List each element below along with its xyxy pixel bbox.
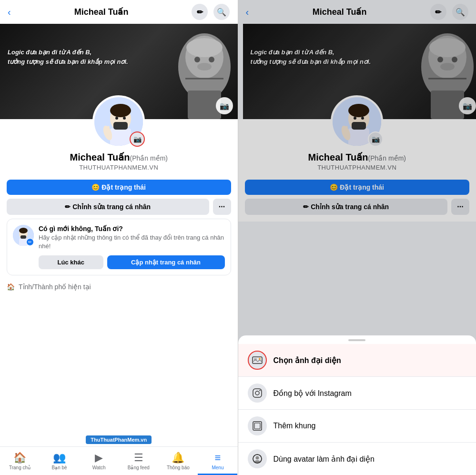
svg-rect-10	[110, 128, 131, 148]
svg-point-43	[259, 358, 261, 360]
bottom-sheet: Chọn ảnh đại diện Đồng bộ với Instagram	[238, 335, 476, 475]
left-profile-name-row: Micheal Tuấn (Phần mềm)	[70, 148, 168, 163]
left-nav-menu[interactable]: ≡ Menu	[198, 450, 237, 472]
left-nav-watch-icon: ▶	[95, 452, 103, 464]
left-nav-watch-label: Watch	[92, 465, 106, 470]
left-update-buttons: Lúc khác Cập nhật trang cá nhân	[39, 255, 225, 269]
left-cover-camera-button[interactable]: 📷	[216, 97, 233, 114]
left-nav-feed[interactable]: ☰ Bảng feed	[119, 450, 158, 472]
left-nav-notifications-icon: 🔔	[172, 452, 184, 464]
left-edit-icon[interactable]: ✏	[192, 4, 208, 20]
svg-point-22	[19, 228, 28, 233]
left-nav-menu-icon: ≡	[215, 452, 221, 464]
left-update-desc: Hãy cập nhật những thông tin có thể đã t…	[39, 233, 225, 251]
left-avatar-wrapper: 📷	[92, 95, 145, 148]
svg-point-13	[115, 117, 118, 120]
sheet-item-frame[interactable]: Thêm khung	[238, 410, 476, 442]
svg-point-14	[123, 117, 126, 120]
left-nav-notifications[interactable]: 🔔 Thông báo	[158, 450, 198, 472]
frame-svg	[252, 421, 263, 431]
sheet-handle	[348, 339, 365, 341]
svg-point-46	[259, 390, 260, 391]
sheet-item-choose-photo-icon	[248, 351, 267, 370]
left-update-avatar: ✏	[13, 225, 34, 246]
sheet-item-frame-icon	[248, 416, 267, 435]
left-update-badge: ✏	[26, 238, 34, 246]
svg-point-4	[197, 63, 212, 71]
left-avatar-camera-button[interactable]: 📷	[130, 131, 145, 147]
left-nav-home[interactable]: 🏠 Trang chủ	[0, 450, 40, 472]
sheet-item-instagram-icon	[248, 384, 267, 403]
left-nav-friends-icon: 👥	[53, 452, 66, 464]
left-location-row: 🏠 Tỉnh/Thành phố hiện tại	[0, 279, 238, 294]
left-nav-home-label: Trang chủ	[9, 465, 30, 470]
left-nav-notifications-label: Thông báo	[167, 465, 190, 470]
sheet-item-avatar[interactable]: Dùng avatar làm ảnh đại diện	[238, 443, 476, 475]
left-nav-friends-label: Bạn bè	[52, 465, 67, 470]
left-back-button[interactable]: ‹	[8, 7, 11, 18]
left-top-bar: ‹ Micheal Tuấn ✏ 🔍	[0, 0, 238, 24]
left-edit-profile-button[interactable]: ✏ Chỉnh sửa trang cá nhân	[7, 199, 209, 215]
left-watermark: ThuThuatPhanMem.vn	[86, 435, 152, 444]
svg-rect-11	[113, 122, 128, 130]
svg-point-50	[255, 456, 259, 460]
left-panel: ‹ Micheal Tuấn ✏ 🔍 Logic đưa bạn đi từ A…	[0, 0, 238, 475]
svg-point-3	[209, 57, 214, 62]
left-update-button[interactable]: Cập nhật trang cá nhân	[107, 255, 225, 269]
left-set-status-button[interactable]: 😊 Đặt trạng thái	[7, 180, 231, 195]
sheet-item-avatar-label: Dùng avatar làm ảnh đại diện	[273, 455, 375, 464]
left-profile-area: 📷 Micheal Tuấn (Phần mềm) THUTHUATPHANME…	[0, 119, 238, 176]
left-update-content: Có gì mới không, Tuấn ơi? Hãy cập nhật n…	[39, 225, 225, 269]
left-nav-feed-icon: ☰	[134, 452, 143, 464]
left-nav-watch[interactable]: ▶ Watch	[79, 450, 119, 472]
svg-point-12	[110, 104, 131, 117]
svg-rect-48	[254, 423, 260, 429]
left-location-text: Tỉnh/Thành phố hiện tại	[19, 283, 91, 291]
left-profile-suffix: (Phần mềm)	[130, 154, 168, 162]
instagram-svg	[252, 388, 263, 398]
left-bottom-nav: 🏠 Trang chủ 👥 Bạn bè ▶ Watch ☰ Bảng feed…	[0, 446, 238, 475]
sheet-item-choose-photo[interactable]: Chọn ảnh đại diện	[238, 344, 476, 376]
svg-point-6	[186, 38, 223, 57]
left-search-icon[interactable]: 🔍	[213, 4, 230, 20]
left-update-card: ✏ Có gì mới không, Tuấn ơi? Hãy cập nhật…	[7, 219, 231, 275]
choose-photo-svg	[252, 355, 263, 365]
left-nav-menu-label: Menu	[212, 465, 223, 470]
left-btn-row-1: 😊 Đặt trạng thái	[0, 176, 238, 197]
left-btn-row-2: ✏ Chỉnh sửa trang cá nhân ···	[0, 197, 238, 219]
left-home-icon: 🏠	[7, 283, 15, 291]
svg-point-2	[194, 57, 200, 62]
right-panel: ‹ Micheal Tuấn ✏ 🔍 Logic đưa bạn đi từ A…	[238, 0, 476, 475]
left-profile-subtitle: THUTHUATPHANMEM.VN	[79, 164, 158, 171]
left-page-title: Micheal Tuấn	[74, 7, 129, 17]
sheet-item-frame-label: Thêm khung	[273, 422, 316, 430]
left-nav-feed-label: Bảng feed	[128, 465, 150, 470]
left-profile-name: Micheal Tuấn	[70, 152, 130, 163]
svg-rect-21	[20, 235, 26, 239]
left-cover-quote: Logic đưa bạn đi từ A đến B, tưởng tượng…	[8, 48, 128, 66]
left-top-icons: ✏ 🔍	[192, 4, 230, 20]
sheet-item-instagram-label: Đồng bộ với Instagram	[273, 389, 352, 398]
sheet-item-instagram[interactable]: Đồng bộ với Instagram	[238, 377, 476, 409]
sheet-item-choose-photo-label: Chọn ảnh đại diện	[273, 356, 341, 365]
left-more-button[interactable]: ···	[213, 199, 231, 215]
left-nav-home-icon: 🏠	[13, 452, 26, 464]
left-later-button[interactable]: Lúc khác	[39, 255, 103, 269]
left-watermark-area: ThuThuatPhanMem.vn	[0, 435, 238, 444]
sheet-item-avatar-icon	[248, 449, 267, 468]
avatar-svg	[252, 454, 263, 464]
left-nav-friends[interactable]: 👥 Bạn bè	[40, 450, 79, 472]
svg-point-45	[255, 391, 259, 395]
left-update-title: Có gì mới không, Tuấn ơi?	[39, 225, 225, 232]
